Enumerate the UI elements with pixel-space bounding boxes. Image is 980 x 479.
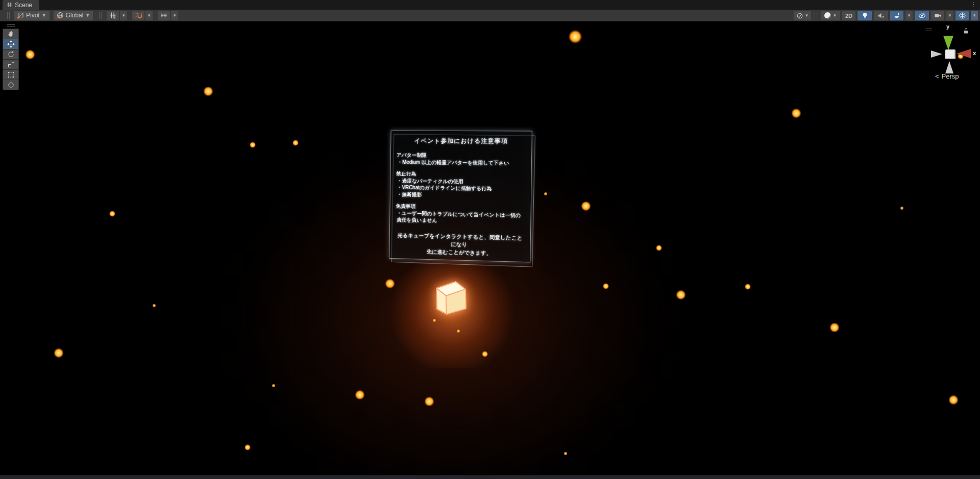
- svg-text:y: y: [114, 16, 115, 19]
- move-tool-button[interactable]: [3, 39, 19, 49]
- chevron-down-icon: ▼: [85, 13, 90, 18]
- scale-icon: [7, 61, 15, 68]
- particle: [482, 351, 488, 357]
- gizmo-center-cube[interactable]: [945, 49, 955, 59]
- particle: [433, 319, 436, 322]
- effects-dropdown[interactable]: ▼: [905, 11, 913, 20]
- orientation-gizmo[interactable]: y x <Persp: [924, 23, 978, 85]
- toolbar-drag-handle[interactable]: [7, 12, 10, 19]
- snap-grid-button[interactable]: [132, 11, 144, 20]
- projection-arrow-icon: <: [935, 72, 939, 80]
- panel-text-line: ・無断撮影: [397, 191, 525, 199]
- snap-increment-dropdown[interactable]: ▼: [171, 11, 178, 20]
- particle: [272, 384, 276, 388]
- particle: [457, 330, 460, 333]
- overlay-drag-handle[interactable]: [7, 24, 15, 27]
- toolbar-separator: [99, 12, 102, 19]
- handle-orientation-button[interactable]: Global ▼: [54, 11, 93, 20]
- rect-tool-button[interactable]: [3, 69, 19, 80]
- notice-footer: 光るキューブをインタラクトすると、同意したことになり先に進むことができます。: [395, 232, 525, 258]
- audio-toggle[interactable]: [874, 11, 888, 20]
- particle: [949, 395, 959, 405]
- scene-camera-dropdown[interactable]: ▼: [946, 11, 953, 20]
- particle: [109, 211, 115, 217]
- toolbar-separator: [815, 12, 817, 19]
- particle: [564, 452, 568, 456]
- particle: [900, 207, 904, 210]
- tab-bar: Scene ⋮: [0, 0, 980, 10]
- sphere-icon: [824, 12, 831, 19]
- draw-mode-dropdown[interactable]: ▼: [794, 11, 811, 20]
- particle: [745, 284, 751, 290]
- scene-viewport[interactable]: イベント参加における注意事項 アバター制限・Medium 以上の軽量アバターを使…: [0, 21, 980, 475]
- particle: [355, 390, 365, 400]
- gizmo-z-axis-cone[interactable]: [931, 51, 942, 58]
- pivot-label: Pivot: [26, 12, 40, 19]
- particle: [676, 290, 686, 300]
- tools-overlay: [3, 24, 19, 90]
- effects-toggle[interactable]: [890, 11, 903, 20]
- notice-title: イベント参加における注意事項: [397, 137, 526, 146]
- scale-tool-button[interactable]: [3, 59, 19, 70]
- snap-grid-dropdown[interactable]: ▼: [145, 11, 153, 20]
- view-hand-tool-button[interactable]: [3, 29, 19, 39]
- particle: [569, 30, 582, 43]
- particle: [204, 87, 213, 96]
- camera-icon: [934, 12, 942, 19]
- speaker-muted-icon: [877, 12, 885, 19]
- ruler-icon: [160, 12, 167, 19]
- scene-camera-button[interactable]: [931, 11, 944, 20]
- notice-board[interactable]: イベント参加における注意事項 アバター制限・Medium 以上の軽量アバターを使…: [389, 131, 532, 263]
- particle: [385, 279, 395, 289]
- gizmo-y-axis-cone[interactable]: [943, 36, 953, 50]
- glowing-cube[interactable]: [432, 278, 473, 318]
- chevron-down-icon: ▼: [42, 13, 46, 18]
- 2d-label: 2D: [845, 13, 852, 19]
- pivot-mode-button[interactable]: Pivot ▼: [14, 11, 50, 20]
- move-icon: [7, 40, 15, 48]
- gizmo-x-label: x: [973, 50, 976, 56]
- particle: [581, 201, 591, 211]
- tab-label: Scene: [15, 2, 32, 9]
- shaded-circle-icon: [796, 12, 803, 19]
- eye-slash-icon: [918, 12, 926, 19]
- hand-icon: [7, 30, 15, 38]
- scene-visibility-toggle[interactable]: [915, 11, 929, 20]
- rect-icon: [7, 71, 15, 79]
- globe-icon: [57, 12, 64, 19]
- 2d-toggle-button[interactable]: 2D: [842, 11, 855, 20]
- particle: [153, 304, 156, 308]
- particle: [792, 109, 801, 118]
- panel-text-line: ・ユーザー間のトラブルについて当イベントは一切の責任を負いません: [397, 210, 525, 225]
- padlock-unlocked-icon[interactable]: [963, 28, 969, 34]
- particle: [26, 50, 35, 60]
- particle: [54, 348, 64, 358]
- rotate-tool-button[interactable]: [3, 49, 19, 60]
- snap-increment-button[interactable]: [158, 11, 170, 20]
- rotate-icon: [7, 51, 15, 58]
- grid-visibility-dropdown[interactable]: ▼: [120, 11, 127, 20]
- tab-kebab-menu-icon[interactable]: ⋮: [970, 1, 977, 8]
- global-label: Global: [66, 12, 84, 19]
- scene-lighting-toggle[interactable]: [857, 11, 872, 20]
- grid-icon: [7, 2, 12, 8]
- gizmo-neg-y-cone[interactable]: [945, 61, 953, 73]
- projection-mode-label[interactable]: <Persp: [935, 72, 959, 80]
- particle: [603, 283, 609, 289]
- grid-visibility-button[interactable]: y: [107, 11, 119, 20]
- gizmos-dropdown[interactable]: ▼: [971, 11, 978, 20]
- gizmos-toggle[interactable]: [955, 11, 969, 20]
- gizmo-x-axis-cone[interactable]: [957, 49, 971, 58]
- transform-tool-button[interactable]: [3, 80, 19, 90]
- status-bar: [0, 475, 980, 479]
- pivot-square-icon: [17, 12, 24, 19]
- particle: [425, 397, 434, 407]
- scene-toolbar: Pivot ▼ Global ▼ y ▼: [0, 10, 980, 21]
- particle: [250, 142, 256, 148]
- particle: [544, 192, 548, 196]
- tab-scene[interactable]: Scene: [3, 0, 39, 10]
- particle: [656, 245, 662, 251]
- notice-sections: アバター制限・Medium 以上の軽量アバターを使用して下さい禁止行為・過度なパ…: [396, 152, 526, 225]
- render-mode-dropdown[interactable]: ▼: [821, 11, 840, 20]
- overlay-drag-handle[interactable]: [926, 29, 932, 31]
